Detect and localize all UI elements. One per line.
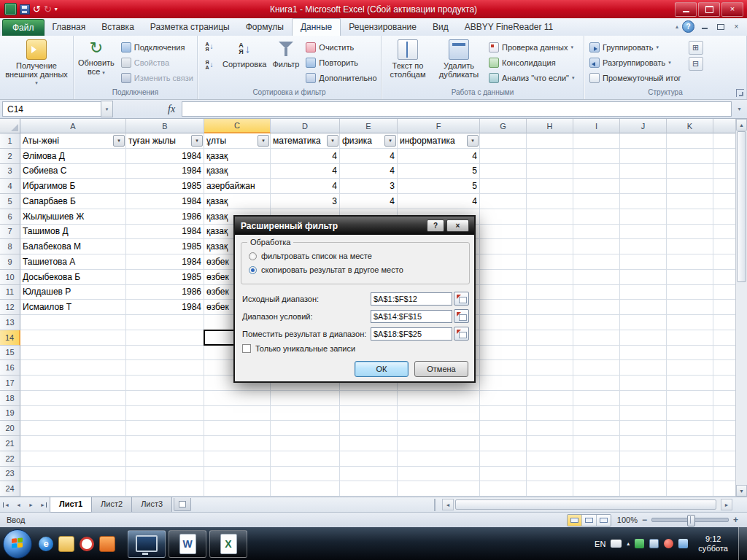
help-icon[interactable]: ? <box>682 20 694 33</box>
tray-chevron-icon[interactable]: ▴ <box>627 540 630 547</box>
data-validation-button[interactable]: Проверка данных ▾ <box>486 40 578 55</box>
cell-A19[interactable] <box>20 406 126 421</box>
row-header-5[interactable]: 5 <box>0 194 20 209</box>
hscroll-track[interactable] <box>454 499 721 510</box>
cell-G22[interactable] <box>480 451 527 467</box>
name-box-dropdown[interactable]: ▾ <box>101 101 113 117</box>
cell-B7[interactable]: 1984 <box>126 225 204 240</box>
cell-J17[interactable] <box>620 376 667 391</box>
remove-duplicates-button[interactable]: Удалить дубликаты <box>433 38 484 79</box>
criteria-range-picker-button[interactable] <box>454 309 469 323</box>
cell-J12[interactable] <box>620 300 667 315</box>
save-button[interactable] <box>20 4 30 15</box>
cell-B19[interactable] <box>126 406 204 421</box>
refresh-all-button[interactable]: ↻ Обновить все ▾ <box>76 38 117 77</box>
reapply-button[interactable]: Повторить <box>303 55 379 70</box>
cell-J5[interactable] <box>620 194 667 209</box>
cell-A24[interactable] <box>20 481 126 497</box>
cell-G10[interactable] <box>480 270 527 285</box>
cell-H12[interactable] <box>527 300 573 315</box>
dialog-titlebar[interactable]: Расширенный фильтр ? × <box>235 217 474 235</box>
properties-button[interactable]: Свойства <box>118 55 196 70</box>
tab-finereader[interactable]: ABBYY FineReader 11 <box>457 19 562 36</box>
source-range-picker-button[interactable] <box>454 292 469 306</box>
cell-F2[interactable]: 4 <box>398 149 480 164</box>
column-header-I[interactable]: I <box>573 119 620 133</box>
cell-G23[interactable] <box>480 467 527 482</box>
cell-A3[interactable]: Сәбиева С <box>20 164 126 179</box>
subtotal-button[interactable]: Промежуточный итог <box>587 71 684 85</box>
cell-K12[interactable] <box>667 300 713 315</box>
sheet-tab-list2[interactable]: Лист2 <box>91 497 132 513</box>
cell-I24[interactable] <box>573 481 620 497</box>
undo-button[interactable]: ↺ <box>33 4 41 14</box>
hscroll-left-arrow[interactable]: ◄ <box>442 499 454 510</box>
cell-D23[interactable] <box>271 467 340 482</box>
cell-K11[interactable] <box>667 285 713 300</box>
cell-D2[interactable]: 4 <box>271 149 340 164</box>
cell-H8[interactable] <box>527 239 573 254</box>
column-header-G[interactable]: G <box>480 119 527 133</box>
cell-J6[interactable] <box>620 209 667 225</box>
cell-J3[interactable] <box>620 164 667 179</box>
consolidate-button[interactable]: Консолидация <box>486 55 578 70</box>
cell-I16[interactable] <box>573 360 620 376</box>
cell-B14[interactable] <box>126 330 204 346</box>
cancel-button[interactable]: Отмена <box>414 361 468 377</box>
cell-H3[interactable] <box>527 164 573 179</box>
row-header-1[interactable]: 1 <box>0 133 20 149</box>
cell-A7[interactable]: Ташимов Д <box>20 225 126 240</box>
cell-C18[interactable] <box>204 391 271 406</box>
group-button[interactable]: Группировать ▾ <box>587 40 684 55</box>
filter-button-D1[interactable]: ▾ <box>327 135 338 147</box>
workbook-restore-button[interactable] <box>714 22 727 32</box>
sort-ascending-button[interactable]: АЯ ↓ <box>200 38 219 55</box>
cell-G16[interactable] <box>480 360 527 376</box>
advanced-filter-button[interactable]: Дополнительно <box>303 71 379 85</box>
hide-detail-button[interactable]: ⊟ <box>689 57 703 71</box>
cell-I5[interactable] <box>573 194 620 209</box>
cell-B22[interactable] <box>126 451 204 467</box>
workbook-close-button[interactable]: × <box>730 22 743 32</box>
excel-app-icon[interactable] <box>4 3 17 15</box>
cell-B16[interactable] <box>126 360 204 376</box>
cell-G1[interactable] <box>480 133 527 149</box>
cell-A14[interactable] <box>20 330 126 346</box>
unique-records-checkbox[interactable]: Только уникальные записи <box>242 344 355 353</box>
cell-A22[interactable] <box>20 451 126 467</box>
cell-I9[interactable] <box>573 254 620 270</box>
filter-button-E1[interactable]: ▾ <box>384 135 396 147</box>
cell-G20[interactable] <box>480 421 527 436</box>
cell-K1[interactable] <box>667 133 713 149</box>
row-header-2[interactable]: 2 <box>0 149 20 164</box>
cell-J21[interactable] <box>620 436 667 451</box>
row-header-16[interactable]: 16 <box>0 360 20 376</box>
connections-button[interactable]: Подключения <box>118 40 196 55</box>
row-header-17[interactable]: 17 <box>0 376 20 391</box>
cell-H15[interactable] <box>527 346 573 361</box>
row-header-9[interactable]: 9 <box>0 254 20 270</box>
cell-E21[interactable] <box>340 436 398 451</box>
copy-to-range-picker-button[interactable] <box>454 327 469 341</box>
sheet-tab-list1[interactable]: Лист1 <box>50 497 92 513</box>
taskbar-word-button[interactable]: W <box>169 530 206 558</box>
cell-H24[interactable] <box>527 481 573 497</box>
cell-K10[interactable] <box>667 270 713 285</box>
horizontal-scroll-thumb[interactable] <box>455 499 716 510</box>
cell-C1[interactable]: ұлты▾ <box>204 133 271 149</box>
insert-function-button[interactable]: fx <box>161 104 182 115</box>
cell-I14[interactable] <box>573 330 620 346</box>
cell-D18[interactable] <box>271 391 340 406</box>
cell-B11[interactable]: 1986 <box>126 285 204 300</box>
cell-G18[interactable] <box>480 391 527 406</box>
radio-copy-to-location[interactable]: скопировать результат в другое место <box>249 265 403 274</box>
cell-J11[interactable] <box>620 285 667 300</box>
show-detail-button[interactable]: ⊞ <box>689 41 703 55</box>
cell-B3[interactable]: 1984 <box>126 164 204 179</box>
insert-sheet-button[interactable] <box>174 498 191 511</box>
cell-G3[interactable] <box>480 164 527 179</box>
cell-B15[interactable] <box>126 346 204 361</box>
cell-F5[interactable]: 4 <box>398 194 480 209</box>
cell-G24[interactable] <box>480 481 527 497</box>
cell-J15[interactable] <box>620 346 667 361</box>
